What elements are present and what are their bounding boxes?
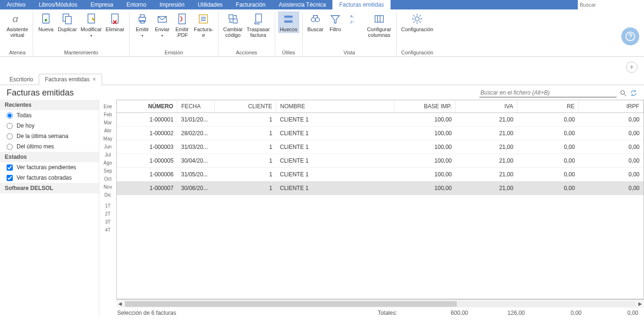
- month-abr[interactable]: Abr: [99, 127, 116, 135]
- month-dic[interactable]: Dic: [99, 191, 116, 199]
- cell: 1: [215, 127, 276, 140]
- cell: 28/02/20...: [177, 127, 215, 140]
- ribbon-traspasar-factura-button[interactable]: Traspasarfactura: [245, 11, 272, 39]
- col-fecha[interactable]: FECHA: [177, 100, 215, 113]
- cell: 1-000006: [117, 168, 177, 182]
- svg-point-35: [630, 39, 630, 39]
- menu-entorno[interactable]: Entorno: [120, 0, 153, 9]
- ribbon-duplicar-button[interactable]: Duplicar: [56, 11, 78, 33]
- ribbon-huecos-button[interactable]: Huecos: [278, 11, 299, 33]
- search-icon[interactable]: [619, 89, 627, 97]
- menu-facturas-emitidas[interactable]: Facturas emitidas: [332, 0, 391, 9]
- table-row[interactable]: 1-00000131/01/20...1CLIENTE 1100,0021,00…: [117, 113, 644, 127]
- menu-asistencia-t-cnica[interactable]: Asistencia Técnica: [272, 0, 333, 9]
- table-row[interactable]: 1-00000730/06/20...1CLIENTE 1100,0021,00…: [117, 182, 644, 195]
- ribbon-configurar-columnas-button[interactable]: Configurarcolumnas: [365, 11, 393, 39]
- svg-rect-30: [375, 16, 383, 22]
- month-2t[interactable]: 2T: [99, 210, 116, 218]
- ribbon: αAsistentevirtualAteneaNuevaDuplicarModi…: [0, 9, 644, 57]
- menu-impresi-n[interactable]: Impresión: [153, 0, 191, 9]
- table-row[interactable]: 1-00000530/04/20...1CLIENTE 1100,0021,00…: [117, 154, 644, 168]
- month-mar[interactable]: Mar: [99, 119, 116, 127]
- menu-facturaci-n[interactable]: Facturación: [229, 0, 272, 9]
- month-4t[interactable]: 4T: [99, 226, 116, 234]
- ribbon-cambiar-c-digo-button[interactable]: Cambiarcódigo: [221, 11, 245, 39]
- cell: 0,00: [579, 140, 644, 154]
- sidebar-opt-todas[interactable]: Todas: [0, 110, 99, 121]
- col-irpf[interactable]: IRPF: [579, 100, 644, 113]
- sidebar-opt-de-hoy[interactable]: De hoy: [0, 121, 99, 131]
- svg-text:Z↑: Z↑: [350, 20, 355, 24]
- main-area: RecientesTodasDe hoyDe la última semanaD…: [0, 100, 644, 317]
- refresh-icon[interactable]: [630, 89, 637, 97]
- col-cliente[interactable]: CLIENTE: [215, 100, 276, 113]
- month-may[interactable]: May: [99, 135, 116, 143]
- cell: 0,00: [579, 113, 644, 127]
- file-search-input[interactable]: [479, 88, 617, 97]
- ribbon-buscar-button[interactable]: Buscar: [305, 11, 325, 33]
- month-jun[interactable]: Jun: [99, 143, 116, 151]
- total-iva: 126,00: [468, 310, 525, 316]
- menu-libros-m-dulos[interactable]: Libros/Módulos: [32, 0, 84, 9]
- cell: 100,00: [394, 140, 455, 154]
- sidebar-opt-del-ltimo-mes[interactable]: Del último mes: [0, 141, 99, 152]
- ribbon-configuraci-n-button[interactable]: Configuración: [400, 11, 435, 33]
- sidebar-opt-ver-facturas-cobradas[interactable]: Ver facturas cobradas: [0, 173, 99, 183]
- help-icon[interactable]: [621, 27, 639, 45]
- doctab-facturas-emitidas[interactable]: Facturas emitidas×: [39, 74, 102, 85]
- table-row[interactable]: 1-00000331/03/20...1CLIENTE 1100,0021,00…: [117, 140, 644, 154]
- ribbon-modificar-button[interactable]: Modificar▾: [79, 11, 104, 39]
- ribbon-group-label: Vista: [344, 49, 355, 55]
- cell: 0,00: [517, 113, 579, 127]
- svg-point-25: [311, 17, 315, 22]
- ribbon-enviar-button[interactable]: Enviar▾: [152, 11, 172, 39]
- cell: CLIENTE 1: [276, 113, 394, 127]
- grid-footer: Selección de 6 facturas Totales: 600,00 …: [116, 308, 644, 317]
- cell: 0,00: [517, 154, 579, 168]
- ribbon-nueva-button[interactable]: Nueva: [36, 11, 56, 33]
- table-row[interactable]: 1-00000228/02/20...1CLIENTE 1100,0021,00…: [117, 127, 644, 140]
- col-n-mero[interactable]: NÚMERO: [117, 100, 177, 113]
- total-re: 0,00: [525, 310, 582, 316]
- col-base-imp-[interactable]: BASE IMP.: [394, 100, 455, 113]
- col-re[interactable]: RE: [517, 100, 579, 113]
- table-row[interactable]: 1-00000631/05/20...1CLIENTE 1100,0021,00…: [117, 168, 644, 182]
- ribbon-emitir-pdf-button[interactable]: Emitir.PDF: [172, 11, 192, 39]
- selection-count: Selección de 6 facturas: [117, 310, 259, 316]
- cell: CLIENTE 1: [276, 127, 394, 140]
- doctab-escritorio[interactable]: Escritorio: [4, 74, 39, 85]
- cell: 21,00: [456, 113, 517, 127]
- sidebar-opt-de-la-ltima-semana[interactable]: De la última semana: [0, 131, 99, 141]
- month-oct[interactable]: Oct: [99, 175, 116, 183]
- menu-utilidades[interactable]: Utilidades: [191, 0, 229, 9]
- data-grid[interactable]: NÚMEROFECHACLIENTENOMBREBASE IMP.IVAREIR…: [116, 100, 644, 299]
- horizontal-scrollbar[interactable]: ◀▶: [116, 299, 644, 308]
- ribbon-filtro-button[interactable]: Filtro: [325, 11, 345, 33]
- ribbon-emitir-button[interactable]: Emitir▾: [132, 11, 152, 39]
- svg-rect-6: [88, 14, 95, 23]
- main-menu: ArchivoLibros/MódulosEmpresaEntornoImpre…: [0, 0, 644, 9]
- global-search-input[interactable]: [578, 0, 644, 9]
- month-3t[interactable]: 3T: [99, 218, 116, 226]
- col-nombre[interactable]: NOMBRE: [276, 100, 394, 113]
- sidebar-opt-ver-facturas-pendientes[interactable]: Ver facturas pendientes: [0, 162, 99, 173]
- menu-empresa[interactable]: Empresa: [84, 0, 120, 9]
- month-jul[interactable]: Jul: [99, 151, 116, 159]
- month-nov[interactable]: Nov: [99, 183, 116, 191]
- ribbon-sort-button[interactable]: A↓Z↑: [345, 11, 365, 27]
- month-1t[interactable]: 1T: [99, 202, 116, 210]
- close-tab-icon[interactable]: ×: [93, 76, 96, 83]
- menu-archivo[interactable]: Archivo: [0, 0, 32, 9]
- ribbon-factura-e-button[interactable]: Factura-e: [192, 11, 215, 39]
- month-sep[interactable]: Sep: [99, 167, 116, 175]
- month-feb[interactable]: Feb: [99, 111, 116, 119]
- col-iva[interactable]: IVA: [456, 100, 517, 113]
- month-ene[interactable]: Ene: [99, 103, 116, 111]
- ribbon-eliminar-button[interactable]: Eliminar: [104, 11, 126, 33]
- ribbon-asistente-virtual-button[interactable]: αAsistentevirtual: [5, 11, 30, 39]
- svg-point-33: [415, 17, 419, 21]
- add-panel-button[interactable]: +: [626, 61, 637, 73]
- document-tabs: EscritorioFacturas emitidas×: [0, 65, 644, 85]
- svg-marker-27: [331, 16, 339, 23]
- month-ago[interactable]: Ago: [99, 159, 116, 167]
